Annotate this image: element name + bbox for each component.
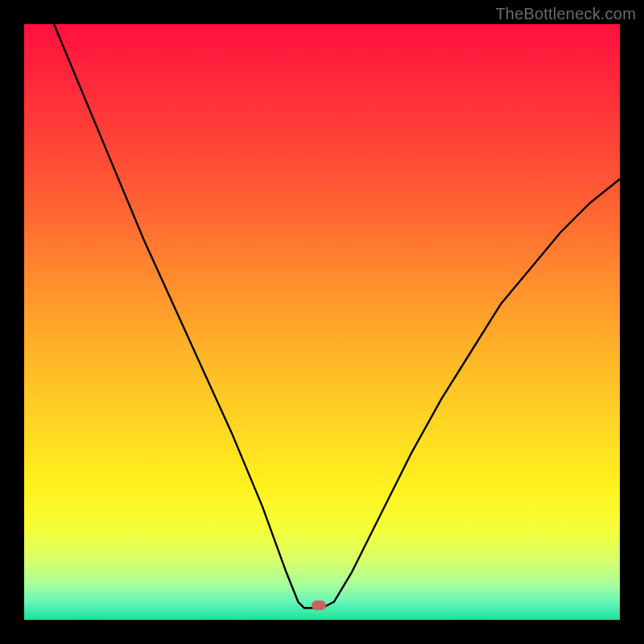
plot-area bbox=[24, 24, 620, 620]
chart-stage: TheBottleneck.com bbox=[0, 0, 644, 644]
bottleneck-curve bbox=[24, 24, 620, 620]
optimum-marker bbox=[312, 601, 326, 610]
attribution-text: TheBottleneck.com bbox=[495, 5, 636, 23]
